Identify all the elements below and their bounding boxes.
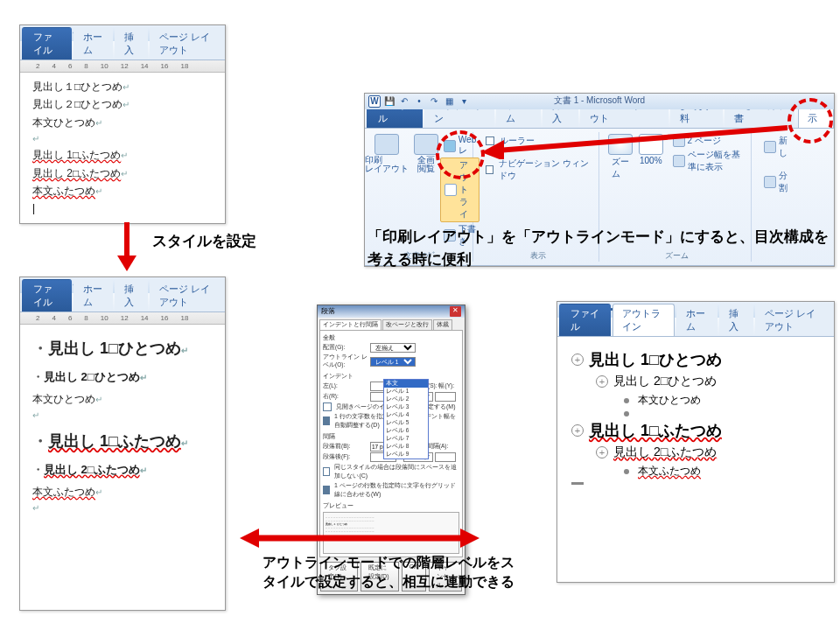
outline-row-bb[interactable]: 本文ふたつめ	[620, 464, 820, 479]
tab-insert[interactable]: 挿入	[115, 27, 148, 60]
quick-print-icon[interactable]: ▦	[443, 95, 455, 108]
web-icon	[444, 140, 456, 152]
svg-line-2	[497, 128, 788, 150]
split-icon	[764, 176, 776, 188]
line-h1a: 見出し１□ひとつめ↵	[32, 78, 216, 95]
outline-icon	[444, 184, 457, 196]
document-body-outline[interactable]: + 見出し 1□ひとつめ + 見出し 2□ひとつめ 本文ひとつめ + 見出し 1…	[557, 337, 834, 497]
expand-icon[interactable]: +	[596, 446, 608, 458]
tab-file[interactable]: ファイル	[559, 304, 611, 336]
customize-qat-icon[interactable]: ▾	[458, 95, 470, 108]
level-label: アウトライン レベル(O):	[323, 354, 368, 369]
body-dot-icon	[624, 398, 629, 403]
at-input[interactable]	[435, 452, 456, 462]
tab-home[interactable]: ホーム	[74, 27, 113, 60]
redo-icon[interactable]: ↷	[428, 95, 440, 108]
full-read-button[interactable]: 全画 閲覧	[414, 155, 438, 174]
tab-outline[interactable]: アウトライン	[612, 304, 675, 336]
tab-indent-spacing[interactable]: インデントと行間隔	[319, 319, 382, 330]
tab-file[interactable]: ファイル	[22, 27, 72, 60]
split-button[interactable]: 分割	[760, 169, 795, 195]
svg-marker-5	[240, 528, 259, 548]
dropdown-option[interactable]: レベル 6	[384, 427, 428, 435]
paragraph-dialog: 段落 ✕ インデントと行間隔 改ページと改行 体裁 全般 配置(G):左揃え ア…	[317, 304, 466, 595]
undo-icon[interactable]: ↶	[398, 95, 410, 108]
body-dot-icon	[624, 411, 629, 416]
outline-row-end[interactable]	[571, 482, 820, 485]
outline-text: 本文ふたつめ	[638, 464, 701, 479]
dropdown-option[interactable]: レベル 4	[384, 411, 428, 419]
document-body-styled[interactable]: 見出し 1□ひとつめ↵ 見出し 2□ひとつめ↵ 本文ひとつめ↵ ↵ 見出し 1□…	[20, 325, 225, 521]
dropdown-option[interactable]: レベル 2	[384, 396, 428, 403]
word-logo-icon: W	[368, 95, 381, 108]
line-bb: 本文ふたつめ↵	[32, 483, 216, 500]
tab-home[interactable]: ホーム	[74, 279, 113, 312]
outline-row-ba[interactable]: 本文ひとつめ	[620, 393, 820, 408]
tab-insert[interactable]: 挿入	[115, 279, 148, 312]
svg-marker-1	[117, 256, 136, 271]
dropdown-option[interactable]: 本文	[384, 380, 428, 388]
tab-pagelayout[interactable]: ページ レイアウト	[755, 304, 834, 336]
outline-text: 見出し 1□ひとつめ	[589, 349, 722, 370]
sep: •	[413, 95, 425, 108]
save-icon[interactable]: 💾	[383, 95, 396, 108]
annot-set-style: スタイルを設定	[152, 231, 256, 251]
ruler: 24681012141618	[20, 312, 225, 325]
tab-pagelayout[interactable]: ページ レイアウト	[150, 279, 225, 312]
outline-row-h1b[interactable]: + 見出し 1□ふたつめ	[571, 420, 820, 441]
line-h2b: 見出し 2□ふたつめ↵	[32, 460, 216, 480]
dropdown-option[interactable]: レベル 3	[384, 403, 428, 411]
print-layout-button[interactable]: 印刷 レイアウト	[361, 155, 412, 174]
full-read-icon[interactable]	[414, 134, 438, 155]
checkbox-icon[interactable]	[323, 416, 330, 425]
outline-row-h1a[interactable]: + 見出し 1□ひとつめ	[571, 349, 820, 370]
at-label: 間隔(A):	[427, 443, 448, 451]
svg-marker-6	[460, 528, 480, 548]
checkbox-icon	[486, 165, 494, 174]
outline-view-button[interactable]: アウトライ	[440, 158, 480, 222]
checkbox-icon[interactable]	[323, 467, 330, 476]
grid-check-label: 1 ページの行数を指定時に文字を行グリッド線に合わせる(W)	[334, 481, 459, 499]
titlebar: W 💾 ↶ • ↷ ▦ ▾ 文書 1 - Microsoft Word	[365, 94, 834, 109]
dropdown-option[interactable]: レベル 9	[384, 451, 428, 458]
expand-icon[interactable]: +	[596, 375, 608, 388]
tab-line-page[interactable]: 改ページと改行	[382, 319, 432, 330]
ruler: 24681012141618	[20, 60, 225, 73]
checkbox-icon[interactable]	[323, 402, 332, 411]
outline-row-h2b[interactable]: + 見出し 2□ふたつめ	[596, 444, 820, 460]
navpane-checkbox[interactable]: ナビゲーション ウィンドウ	[482, 157, 593, 183]
tab-home[interactable]: ホーム	[676, 304, 718, 336]
annot-link-explain: アウトラインモードでの階層レベルをスタイルで設定すると、相互に連動できる	[262, 553, 516, 592]
line-ba: 本文ひとつめ↵	[32, 390, 216, 408]
dropdown-option[interactable]: レベル 5	[384, 419, 428, 427]
outline-row-h2a[interactable]: + 見出し 2□ひとつめ	[596, 374, 820, 389]
dropdown-option[interactable]: レベル 7	[384, 435, 428, 443]
ribbon-tabs: ファイル ホーム 挿入 ページ レイアウト	[20, 293, 225, 312]
outline-level-select[interactable]: レベル 1	[370, 357, 416, 367]
word-panel-styled: W 💾 ↶ • ↷ ▦ ▾ ファイル ホーム 挿入 ページ レイアウト 2468…	[19, 276, 226, 611]
align-label: 配置(G):	[323, 344, 368, 352]
document-body-plain[interactable]: 見出し１□ひとつめ↵ 見出し２□ひとつめ↵ 本文ひとつめ↵ ↵ 見出し 1□ふた…	[20, 73, 225, 223]
dialog-body: 全般 配置(G):左揃え アウトライン レベル(O):レベル 1 本文 レベル …	[319, 330, 463, 557]
width-input[interactable]	[435, 392, 456, 402]
web-layout-button[interactable]: Web レ	[440, 134, 480, 158]
collapse-icon[interactable]	[571, 482, 584, 485]
dropdown-option[interactable]: レベル 1	[384, 388, 428, 396]
align-select[interactable]: 左揃え	[370, 343, 416, 353]
print-layout-icon[interactable]	[374, 134, 399, 155]
expand-icon[interactable]: +	[571, 354, 584, 366]
dropdown-option[interactable]: レベル 8	[384, 443, 428, 451]
tab-insert[interactable]: 挿入	[719, 304, 753, 336]
word-panel-plain: W 💾 ↶ • ↷ ▦ ▾ ファイル ホーム 挿入 ページ レイアウト 2468…	[19, 24, 226, 224]
expand-icon[interactable]: +	[571, 424, 584, 437]
checkbox-icon[interactable]	[323, 486, 330, 494]
caret: |	[32, 200, 216, 217]
close-icon[interactable]: ✕	[450, 306, 461, 317]
tab-pagelayout[interactable]: ページ レイアウト	[150, 27, 225, 60]
outline-row-empty[interactable]	[620, 411, 820, 416]
tab-file[interactable]: ファイル	[22, 279, 72, 312]
tab-asian[interactable]: 体裁	[433, 319, 452, 330]
outline-level-dropdown[interactable]: 本文 レベル 1 レベル 2 レベル 3 レベル 4 レベル 5 レベル 6 レ…	[383, 379, 429, 459]
ribbon-tabs: ファイル ホーム 挿入 ページ レイアウト	[20, 41, 225, 60]
dialog-titlebar: 段落 ✕	[318, 305, 465, 318]
